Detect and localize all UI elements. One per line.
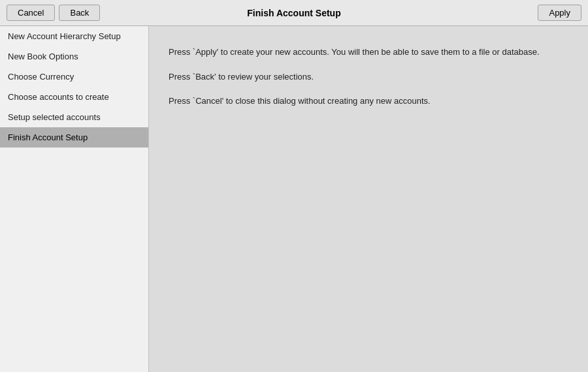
apply-button[interactable]: Apply <box>538 5 581 21</box>
sidebar-item-choose-currency[interactable]: Choose Currency <box>0 67 148 87</box>
top-bar-right: Apply <box>538 5 581 21</box>
sidebar-item-new-book-options[interactable]: New Book Options <box>0 46 148 67</box>
dialog-title: Finish Account Setup <box>247 8 340 18</box>
instruction-1: Press `Apply' to create your new account… <box>169 46 568 59</box>
sidebar: New Account Hierarchy Setup New Book Opt… <box>0 26 149 372</box>
instruction-2: Press `Back' to review your selections. <box>169 70 568 84</box>
back-button[interactable]: Back <box>59 5 100 21</box>
sidebar-item-setup-selected[interactable]: Setup selected accounts <box>0 107 148 127</box>
top-bar-left: Cancel Back <box>7 5 100 21</box>
sidebar-item-new-account-hierarchy[interactable]: New Account Hierarchy Setup <box>0 26 148 46</box>
top-bar: Cancel Back Finish Account Setup Apply <box>0 0 588 26</box>
content-area: Press `Apply' to create your new account… <box>149 26 588 372</box>
cancel-button[interactable]: Cancel <box>7 5 55 21</box>
sidebar-item-choose-accounts[interactable]: Choose accounts to create <box>0 87 148 107</box>
instruction-3: Press `Cancel' to close this dialog with… <box>169 95 568 108</box>
main-layout: New Account Hierarchy Setup New Book Opt… <box>0 26 588 372</box>
sidebar-item-finish-account-setup[interactable]: Finish Account Setup <box>0 127 148 147</box>
